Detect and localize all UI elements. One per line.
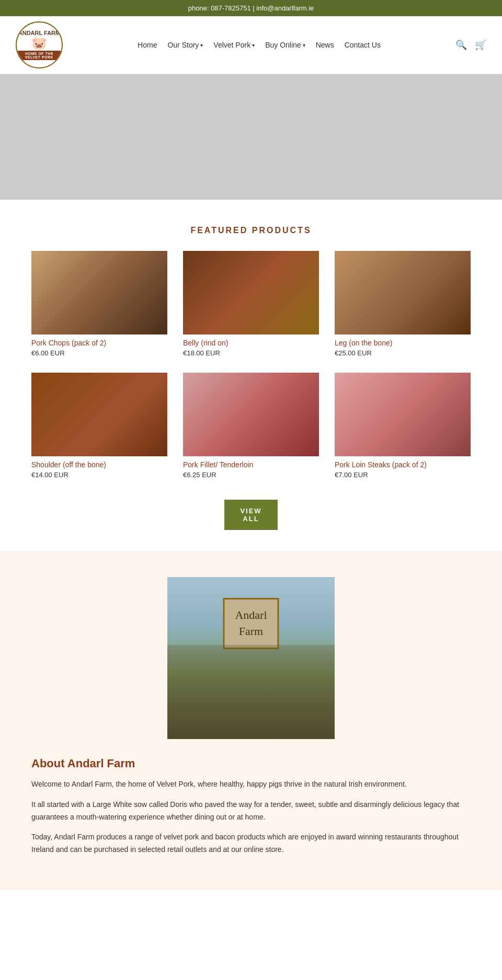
product-price-leg: €25.00 EUR [335, 349, 471, 357]
chevron-down-icon: ▾ [303, 42, 305, 48]
main-nav: Home Our Story ▾ Velvet Pork ▾ Buy Onlin… [138, 41, 381, 49]
product-image-shoulder [31, 373, 167, 456]
product-card-belly[interactable]: Belly (rind on) €18.00 EUR [183, 251, 319, 357]
logo-farm-text: ANDARL FARM [18, 30, 60, 36]
cart-icon[interactable]: 🛒 [475, 39, 486, 51]
nav-our-story[interactable]: Our Story ▾ [167, 41, 203, 49]
hero-banner [0, 74, 502, 200]
product-image-leg [335, 251, 471, 335]
nav-buy-online[interactable]: Buy Online ▾ [265, 41, 305, 49]
nav-news[interactable]: News [316, 41, 334, 49]
contact-info: phone: 087-7825751 | info@andarlfarm.ie [188, 4, 314, 12]
header-icons: 🔍 🛒 [455, 39, 486, 51]
chevron-down-icon: ▾ [200, 42, 203, 48]
product-price-pork-chops: €6.00 EUR [31, 349, 167, 357]
logo-banner-text: HOME OF THE VELVET PORK [17, 51, 62, 60]
product-name-loin: Pork Loin Steaks (pack of 2) [335, 460, 471, 469]
about-paragraph-1: Welcome to Andarl Farm, the home of Velv… [31, 778, 471, 791]
product-name-pork-chops: Pork Chops (pack of 2) [31, 339, 167, 347]
product-price-belly: €18.00 EUR [183, 349, 319, 357]
featured-products-title: FEATURED PRODUCTS [31, 226, 471, 235]
search-icon[interactable]: 🔍 [455, 39, 467, 51]
nav-home[interactable]: Home [138, 41, 157, 49]
view-all-container: VIEWALL [31, 500, 471, 530]
product-card-leg[interactable]: Leg (on the bone) €25.00 EUR [335, 251, 471, 357]
product-name-shoulder: Shoulder (off the bone) [31, 460, 167, 469]
product-price-loin: €7.00 EUR [335, 471, 471, 479]
pig-icon: 🐷 [31, 37, 47, 50]
product-name-fillet: Pork Fillet/ Tenderloin [183, 460, 319, 469]
product-name-belly: Belly (rind on) [183, 339, 319, 347]
about-title: About Andarl Farm [31, 757, 471, 770]
top-bar: phone: 087-7825751 | info@andarlfarm.ie [0, 0, 502, 16]
product-name-leg: Leg (on the bone) [335, 339, 471, 347]
product-price-shoulder: €14.00 EUR [31, 471, 167, 479]
about-section: AndarlFarm About Andarl Farm Welcome to … [0, 551, 502, 890]
about-paragraph-3: Today, Andarl Farm produces a range of v… [31, 831, 471, 856]
nav-velvet-pork[interactable]: Velvet Pork ▾ [213, 41, 255, 49]
about-people-overlay [167, 645, 335, 739]
product-card-shoulder[interactable]: Shoulder (off the bone) €14.00 EUR [31, 373, 167, 479]
product-card-fillet[interactable]: Pork Fillet/ Tenderloin €6.25 EUR [183, 373, 319, 479]
products-grid: Pork Chops (pack of 2) €6.00 EUR Belly (… [31, 251, 471, 479]
product-image-belly [183, 251, 319, 335]
about-farm-image: AndarlFarm [167, 577, 335, 739]
nav-contact-us[interactable]: Contact Us [345, 41, 381, 49]
product-card-loin[interactable]: Pork Loin Steaks (pack of 2) €7.00 EUR [335, 373, 471, 479]
about-image-container: AndarlFarm [31, 577, 471, 741]
featured-products-section: FEATURED PRODUCTS Pork Chops (pack of 2)… [0, 200, 502, 551]
product-image-pork-chops [31, 251, 167, 335]
product-image-loin [335, 373, 471, 456]
header: ANDARL FARM 🐷 HOME OF THE VELVET PORK Ho… [0, 16, 502, 74]
chevron-down-icon: ▾ [252, 42, 255, 48]
about-paragraph-2: It all started with a Large White sow ca… [31, 799, 471, 824]
logo-area[interactable]: ANDARL FARM 🐷 HOME OF THE VELVET PORK [16, 21, 63, 68]
farm-sign: AndarlFarm [223, 598, 279, 649]
product-card-pork-chops[interactable]: Pork Chops (pack of 2) €6.00 EUR [31, 251, 167, 357]
view-all-button[interactable]: VIEWALL [224, 500, 277, 530]
logo-circle: ANDARL FARM 🐷 HOME OF THE VELVET PORK [16, 21, 63, 68]
product-image-fillet [183, 373, 319, 456]
product-price-fillet: €6.25 EUR [183, 471, 319, 479]
